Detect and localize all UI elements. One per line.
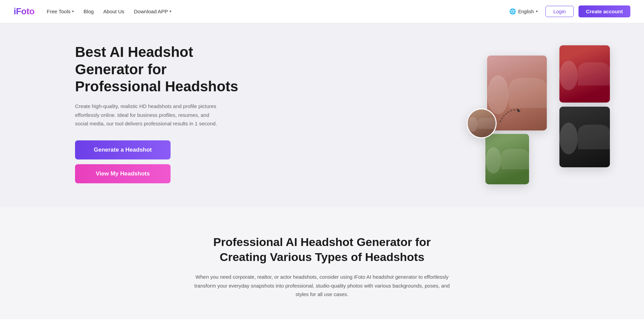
section2-desc: When you need corporate, realtor, or act… bbox=[192, 273, 452, 299]
hero-subtitle: Create high-quality, realistic HD headsh… bbox=[75, 102, 218, 128]
nav-about[interactable]: About Us bbox=[103, 9, 125, 14]
nav-blog[interactable]: Blog bbox=[84, 9, 94, 14]
headshot-right-photo bbox=[559, 107, 610, 167]
globe-icon: 🌐 bbox=[509, 8, 516, 15]
navbar: iFoto Free Tools ▾ Blog About Us Downloa… bbox=[0, 0, 644, 23]
nav-download[interactable]: Download APP ▾ bbox=[134, 9, 172, 14]
headshot-circle-photo bbox=[467, 108, 497, 138]
generate-headshot-button[interactable]: Generate a Headshot bbox=[75, 140, 171, 159]
headshot-top-right-photo bbox=[559, 45, 610, 103]
section2-title: Professional AI Headshot Generator for C… bbox=[192, 234, 452, 264]
hero-content: Best AI Headshot Generator for Professio… bbox=[75, 44, 246, 183]
login-button[interactable]: Login bbox=[545, 6, 574, 17]
hero-images bbox=[467, 45, 617, 182]
chevron-down-icon: ▾ bbox=[72, 9, 74, 14]
view-headshots-button[interactable]: View My Headshots bbox=[75, 164, 171, 183]
logo[interactable]: iFoto bbox=[14, 6, 34, 17]
svg-marker-0 bbox=[517, 108, 521, 112]
arrow-icon bbox=[497, 105, 524, 125]
nav-links: Free Tools ▾ Blog About Us Download APP … bbox=[47, 9, 172, 14]
hero-buttons: Generate a Headshot View My Headshots bbox=[75, 140, 246, 183]
hero-title: Best AI Headshot Generator for Professio… bbox=[75, 44, 246, 95]
section2: Professional AI Headshot Generator for C… bbox=[0, 207, 644, 319]
nav-free-tools[interactable]: Free Tools ▾ bbox=[47, 9, 74, 14]
create-account-button[interactable]: Create account bbox=[579, 5, 630, 17]
navbar-right: 🌐 English ▾ Login Create account bbox=[507, 5, 630, 17]
hero-section: Best AI Headshot Generator for Professio… bbox=[0, 23, 644, 207]
headshot-bottom-photo bbox=[485, 134, 529, 184]
navbar-left: iFoto Free Tools ▾ Blog About Us Downloa… bbox=[14, 6, 172, 17]
chevron-down-icon: ▾ bbox=[536, 9, 538, 14]
chevron-down-icon: ▾ bbox=[170, 9, 172, 14]
language-selector[interactable]: 🌐 English ▾ bbox=[507, 7, 541, 16]
